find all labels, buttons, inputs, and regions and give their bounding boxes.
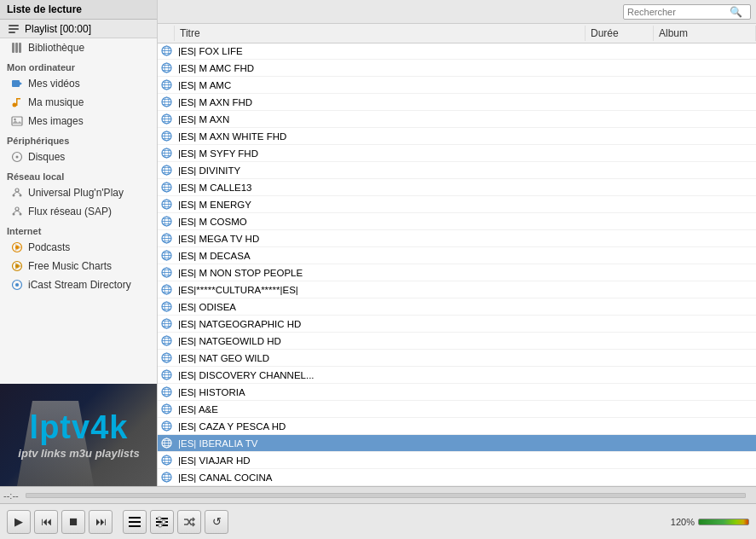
row-title: |ES| VIAJAR HD [175, 455, 586, 466]
row-title: |ES| M AXN WHITE FHD [175, 131, 586, 142]
table-row[interactable]: |ES| M CALLE13 [158, 179, 756, 196]
col-album[interactable]: Album [654, 26, 756, 41]
search-box[interactable]: 🔍 [623, 4, 751, 20]
sidebar-item-icast[interactable]: iCast Stream Directory [0, 275, 157, 294]
podcasts-label: Podcasts [28, 241, 70, 253]
sidebar-library[interactable]: Bibliothèque [0, 38, 157, 57]
sidebar-item-free-music[interactable]: Free Music Charts [0, 257, 157, 275]
row-title: |ES| M AXN [175, 114, 586, 125]
row-globe-icon [158, 455, 175, 466]
section-peripheriques: Périphériques [0, 132, 157, 148]
svg-point-187 [159, 524, 162, 527]
thumbnail-area: lptv4k iptv links m3u playlists [0, 384, 158, 486]
table-row[interactable]: |ES| CANAL COCINA [158, 469, 756, 486]
table-row[interactable]: |ES| NAT GEO WILD [158, 350, 756, 367]
svg-point-186 [162, 520, 165, 524]
svg-rect-10 [16, 98, 20, 100]
sidebar-item-music[interactable]: Ma musique [0, 93, 157, 112]
svg-point-33 [15, 283, 19, 287]
prev-button[interactable]: ⏮ [34, 510, 58, 534]
table-row[interactable]: |ES| DIVINITY [158, 162, 756, 179]
free-music-icon [10, 259, 24, 273]
volume-percent: 120% [671, 517, 695, 527]
svg-point-22 [13, 213, 15, 216]
progress-bar[interactable] [26, 493, 746, 498]
row-globe-icon [158, 318, 175, 329]
table-row[interactable]: |ES| M SYFY FHD [158, 145, 756, 162]
extended-settings-button[interactable] [150, 510, 174, 534]
volume-bar[interactable] [698, 519, 749, 525]
table-row[interactable]: |ES| HISTORIA [158, 384, 756, 401]
table-row[interactable]: |ES| A&E [158, 401, 756, 418]
table-row[interactable]: |ES| M AMC [158, 77, 756, 94]
col-title[interactable]: Titre [175, 26, 586, 41]
row-title: |ES| M AMC [175, 80, 586, 90]
table-row[interactable]: |ES| M AXN FHD [158, 94, 756, 111]
row-globe-icon [158, 267, 175, 278]
upnp-icon [10, 186, 24, 200]
sidebar-item-images[interactable]: Mes images [0, 112, 157, 130]
play-button[interactable]: ▶ [7, 510, 31, 534]
sidebar-header: Liste de lecture [0, 0, 157, 20]
toggle-playlist-button[interactable] [123, 510, 147, 534]
row-globe-icon [158, 472, 175, 483]
table-row[interactable]: |ES| ODISEA [158, 298, 756, 316]
search-icon-btn[interactable]: 🔍 [730, 6, 742, 18]
table-row[interactable]: |ES| M COSMO [158, 213, 756, 230]
table-row[interactable]: |ES| DISCOVERY CHANNEL... [158, 367, 756, 384]
table-row[interactable]: |ES| M AMC FHD [158, 60, 756, 77]
table-row[interactable]: |ES| M AXN [158, 111, 756, 128]
sidebar-item-sap[interactable]: Flux réseau (SAP) [0, 202, 157, 221]
library-icon [10, 41, 24, 55]
sidebar-playlist-item[interactable]: Playlist [00:00] [0, 20, 157, 38]
table-row[interactable]: |ES| M NON STOP PEOPLE [158, 264, 756, 281]
table-row[interactable]: |ES| M AXN WHITE FHD [158, 128, 756, 145]
table-row[interactable]: |ES| M ENERGY [158, 196, 756, 213]
svg-point-15 [16, 156, 19, 159]
repeat-button[interactable]: ↺ [205, 510, 228, 534]
upnp-label: Universal Plug'n'Play [28, 187, 124, 199]
row-globe-icon [158, 420, 175, 432]
sidebar-item-upnp[interactable]: Universal Plug'n'Play [0, 183, 157, 202]
disques-label: Disques [28, 151, 65, 163]
col-duration[interactable]: Durée [586, 26, 654, 41]
table-row[interactable]: |ES| VIAJAR HD [158, 452, 756, 469]
sap-icon [10, 205, 24, 218]
table-row[interactable]: |ES| MEGA TV HD [158, 230, 756, 247]
table-row[interactable]: |ES| NATGEOGRAPHIC HD [158, 316, 756, 333]
sidebar-item-podcasts[interactable]: Podcasts [0, 238, 157, 257]
table-row[interactable]: |ES| FOX LIFE [158, 43, 756, 60]
stop-button[interactable]: ⏹ [61, 510, 85, 534]
row-globe-icon [158, 216, 175, 227]
table-row[interactable]: |ES| CAZA Y PESCA HD [158, 418, 756, 435]
watermark-subtitle: iptv links m3u playlists [18, 447, 139, 460]
row-title: |ES| IBERALIA TV [175, 438, 586, 449]
watermark-title-colored: 4k [90, 409, 128, 445]
svg-point-17 [13, 194, 15, 197]
sidebar-item-videos[interactable]: Mes vidéos [0, 74, 157, 93]
table-row[interactable]: |ES| NATGEOWILD HD [158, 333, 756, 350]
row-globe-icon [158, 165, 175, 176]
table-row[interactable]: |ES| IBERALIA TV [158, 435, 756, 452]
svg-line-25 [17, 211, 20, 213]
svg-rect-6 [12, 80, 20, 87]
playlist-table[interactable]: |ES| FDF |ES| A3SERIES [158, 43, 756, 486]
top-bar: 🔍 [158, 0, 756, 24]
row-globe-icon [158, 113, 175, 125]
free-music-label: Free Music Charts [28, 260, 112, 272]
shuffle-button[interactable] [177, 510, 201, 534]
disc-icon [10, 150, 24, 164]
svg-rect-4 [15, 43, 18, 53]
row-globe-icon [158, 79, 175, 90]
search-input[interactable] [627, 7, 730, 17]
table-row[interactable]: |ES| M DECASA [158, 247, 756, 264]
next-button[interactable]: ⏭ [89, 510, 113, 534]
svg-marker-28 [15, 244, 21, 251]
sidebar-item-disques[interactable]: Disques [0, 148, 157, 166]
video-icon [10, 77, 24, 90]
svg-marker-31 [15, 263, 21, 270]
table-row[interactable]: |ES|*****CULTURA*****|ES| [158, 281, 756, 298]
sidebar-scroll[interactable]: Mon ordinateur Mes vidéos [0, 57, 157, 384]
svg-point-21 [15, 207, 19, 211]
podcast-icon [10, 241, 24, 254]
